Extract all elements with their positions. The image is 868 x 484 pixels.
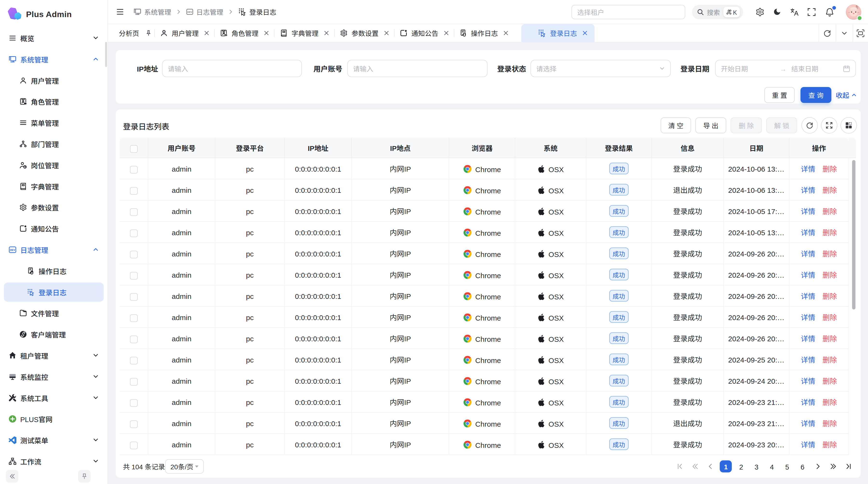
svg-text:DEV: DEV (10, 248, 15, 251)
